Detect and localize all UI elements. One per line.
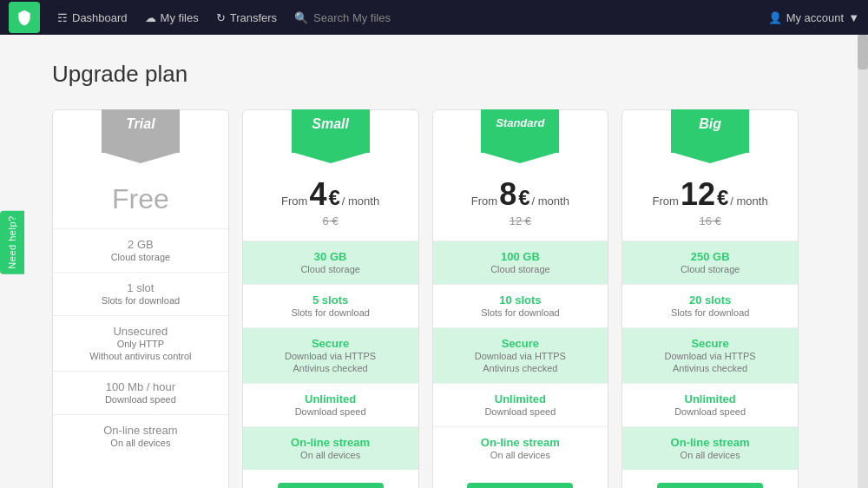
trial-storage: 2 GB Cloud storage <box>53 228 228 272</box>
big-slots-sub: Slots for download <box>671 307 750 318</box>
big-currency: € <box>717 186 728 210</box>
plans-grid: Trial Free 2 GB Cloud storage 1 slot Slo… <box>52 109 799 488</box>
trial-stream-sub: On all devices <box>110 438 170 448</box>
small-stream-title: On-line stream <box>253 436 408 449</box>
big-from: From <box>653 195 679 208</box>
standard-currency: € <box>518 186 529 210</box>
plan-card-trial: Trial Free 2 GB Cloud storage 1 slot Slo… <box>52 109 229 488</box>
standard-security-title: Secure <box>444 337 598 350</box>
small-from: From <box>281 195 307 208</box>
small-security: Secure Download via HTTPSAntivirus check… <box>243 327 418 383</box>
standard-speed-sub: Download speed <box>484 406 556 417</box>
nav-dashboard[interactable]: ☶ Dashboard <box>57 11 128 24</box>
standard-price-row: From 8 € / month <box>442 176 600 213</box>
small-badge-label: Small <box>312 116 349 132</box>
standard-speed: Unlimited Download speed <box>433 383 608 426</box>
big-security-title: Secure <box>633 337 787 350</box>
standard-choose-button[interactable]: Choose plan <box>467 483 573 488</box>
trial-header: Free <box>53 162 228 228</box>
standard-stream-sub: On all devices <box>490 450 550 460</box>
small-choose-button[interactable]: Choose plan <box>278 483 384 488</box>
search-bar[interactable]: 🔍 Search My files <box>294 11 391 24</box>
trial-speed-title: 100 Mb / hour <box>63 380 218 393</box>
small-security-sub: Download via HTTPSAntivirus checked <box>285 351 376 373</box>
need-help-button[interactable]: Need help? <box>0 210 24 274</box>
big-security-sub: Download via HTTPSAntivirus checked <box>665 351 756 373</box>
standard-stream-title: On-line stream <box>444 436 598 449</box>
dashboard-icon: ☶ <box>57 11 68 24</box>
trial-stream: On-line stream On all devices <box>53 414 228 458</box>
small-storage-title: 30 GB <box>253 250 408 263</box>
trial-storage-sub: Cloud storage <box>111 252 171 262</box>
small-slots-title: 5 slots <box>253 293 408 307</box>
trial-storage-title: 2 GB <box>63 238 218 251</box>
plan-card-small: Small From 4 € / month 6 € 30 GB Cloud s… <box>242 109 419 488</box>
need-help-wrapper: Need help? <box>0 210 24 277</box>
big-speed-title: Unlimited <box>633 392 787 406</box>
small-stream: On-line stream On all devices <box>243 426 418 470</box>
big-speed: Unlimited Download speed <box>622 383 798 426</box>
small-badge: Small <box>292 109 370 153</box>
small-speed: Unlimited Download speed <box>243 383 418 426</box>
big-badge-label: Big <box>699 116 721 132</box>
big-stream: On-line stream On all devices <box>622 426 798 470</box>
scrollbar-thumb[interactable] <box>858 35 868 69</box>
main-content: Upgrade plan Trial Free 2 GB Cloud stora… <box>0 35 868 488</box>
standard-from: From <box>471 195 497 208</box>
search-icon: 🔍 <box>294 11 308 24</box>
trial-price: Free <box>62 183 220 215</box>
big-badge-container: Big <box>622 109 798 153</box>
trial-badge: Trial <box>102 109 180 153</box>
big-slots: 20 slots Slots for download <box>622 284 798 327</box>
trial-slots-title: 1 slot <box>63 281 218 294</box>
small-slots: 5 slots Slots for download <box>243 284 418 327</box>
small-security-title: Secure <box>253 337 408 350</box>
small-original: 6 € <box>252 214 410 228</box>
transfers-icon: ↻ <box>216 11 226 24</box>
shield-icon <box>16 9 33 26</box>
standard-amount: 8 <box>499 176 516 213</box>
nav-files[interactable]: ☁ My files <box>145 11 199 24</box>
trial-slots: 1 slot Slots for download <box>53 272 228 315</box>
account-menu[interactable]: 👤 My account ▼ <box>768 11 859 24</box>
big-header: From 12 € / month 16 € <box>622 162 798 241</box>
small-storage: 30 GB Cloud storage <box>243 241 418 284</box>
standard-badge-container: Standard <box>433 109 608 153</box>
navbar: ☶ Dashboard ☁ My files ↻ Transfers 🔍 Sea… <box>0 0 868 35</box>
standard-original: 12 € <box>442 214 600 228</box>
standard-storage: 100 GB Cloud storage <box>433 241 608 284</box>
big-storage: 250 GB Cloud storage <box>622 241 798 284</box>
small-header: From 4 € / month 6 € <box>243 162 418 241</box>
trial-speed: 100 Mb / hour Download speed <box>53 371 228 414</box>
standard-stream: On-line stream On all devices <box>433 426 608 470</box>
trial-security-sub: Only HTTPWithout antivirus control <box>89 339 191 361</box>
big-period: / month <box>730 195 767 208</box>
app-logo[interactable] <box>9 2 40 33</box>
standard-storage-sub: Cloud storage <box>490 264 550 274</box>
nav-transfers[interactable]: ↻ Transfers <box>216 11 277 24</box>
trial-slots-sub: Slots for download <box>102 295 181 306</box>
small-stream-sub: On all devices <box>300 450 360 460</box>
small-amount: 4 <box>309 176 326 213</box>
standard-slots: 10 slots Slots for download <box>433 284 608 327</box>
big-storage-sub: Cloud storage <box>681 264 740 274</box>
big-original: 16 € <box>631 214 789 228</box>
scrollbar[interactable] <box>858 35 868 488</box>
small-currency: € <box>328 186 339 210</box>
big-choose-button[interactable]: Choose plan <box>657 483 763 488</box>
page-title: Upgrade plan <box>52 61 816 88</box>
standard-speed-title: Unlimited <box>444 392 598 406</box>
small-slots-sub: Slots for download <box>291 307 370 318</box>
big-stream-title: On-line stream <box>633 436 787 449</box>
big-amount: 12 <box>681 176 715 213</box>
small-price-row: From 4 € / month <box>252 176 410 213</box>
trial-stream-title: On-line stream <box>63 424 218 437</box>
big-storage-title: 250 GB <box>633 250 787 263</box>
trial-security-title: Unsecured <box>63 325 218 338</box>
standard-security-sub: Download via HTTPSAntivirus checked <box>475 351 566 373</box>
small-badge-container: Small <box>243 109 418 153</box>
small-storage-sub: Cloud storage <box>300 264 360 274</box>
trial-security: Unsecured Only HTTPWithout antivirus con… <box>53 315 228 371</box>
big-stream-sub: On all devices <box>681 450 740 460</box>
trial-badge-container: Trial <box>53 109 228 153</box>
